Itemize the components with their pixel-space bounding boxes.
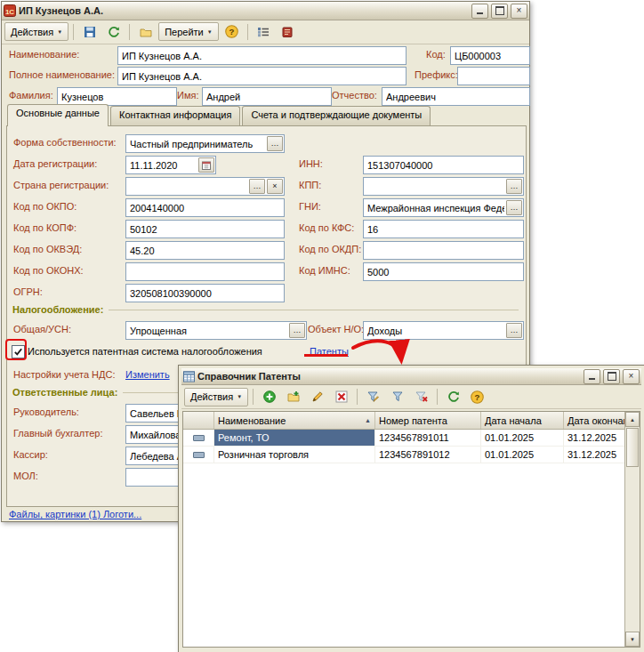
filter-settings-icon[interactable]: [362, 387, 384, 407]
calendar-button[interactable]: [198, 157, 214, 173]
prefix-input[interactable]: [457, 67, 530, 85]
column-header-name[interactable]: Наименование▲: [214, 412, 375, 429]
vertical-scrollbar[interactable]: ▲ ▼: [624, 412, 640, 647]
gni-input[interactable]: Межрайонная инспекция Федер…: [363, 198, 524, 217]
app-icon: 1С: [4, 4, 16, 17]
close-icon: ×: [629, 372, 634, 381]
cell-start-date[interactable]: 01.01.2025: [481, 430, 564, 446]
full-name-input[interactable]: ИП Кузнецов А.А.: [117, 67, 407, 85]
cell-end-date[interactable]: 31.12.2025: [564, 447, 625, 463]
kpp-input[interactable]: …: [363, 177, 524, 196]
refresh-icon[interactable]: [442, 387, 464, 407]
inn-input[interactable]: 151307040000: [363, 156, 524, 174]
patents-titlebar[interactable]: Справочник Патенты ×: [181, 368, 641, 385]
column-header-number[interactable]: Номер патента: [375, 412, 481, 429]
ellipsis-button[interactable]: …: [506, 200, 522, 215]
okonh-input[interactable]: [125, 262, 285, 281]
patent-checkbox-label[interactable]: Используется патентная система налогообл…: [28, 346, 262, 357]
column-header-end-date[interactable]: Дата окончания: [564, 412, 625, 429]
goto-menu-button[interactable]: Перейти▼: [158, 22, 219, 41]
ellipsis-button[interactable]: …: [267, 136, 283, 151]
ellipsis-button[interactable]: …: [506, 323, 522, 338]
okonh-label: Код по ОКОНХ:: [13, 265, 84, 276]
patents-toolbar: Действия▼ ?: [181, 385, 641, 409]
ownership-input[interactable]: Частный предприниматель…: [125, 134, 285, 153]
clear-filter-icon[interactable]: [410, 387, 432, 407]
maximize-button[interactable]: [491, 4, 508, 19]
scroll-up-icon[interactable]: ▲: [625, 412, 640, 427]
element-icon: [193, 435, 205, 441]
scrollbar-thumb[interactable]: [626, 428, 639, 467]
okved-input[interactable]: 45.20: [125, 241, 285, 260]
clear-icon[interactable]: ×: [267, 179, 283, 194]
cell-name-selected[interactable]: Ремонт, ТО: [214, 430, 375, 446]
kfs-input[interactable]: 16: [363, 220, 524, 238]
actions-menu-button[interactable]: Действия▼: [4, 22, 68, 41]
country-input[interactable]: …×: [125, 177, 285, 196]
tax-object-input[interactable]: Доходы…: [363, 321, 524, 340]
kpp-label: КПП:: [299, 180, 321, 190]
tab-contacts[interactable]: Контактная информация: [110, 106, 240, 126]
surname-input[interactable]: Кузнецов: [57, 87, 177, 106]
delete-icon[interactable]: [330, 387, 352, 407]
reg-date-input[interactable]: 11.11.2020: [125, 156, 216, 174]
ownership-label: Форма собственности:: [13, 137, 117, 148]
filter-icon[interactable]: [386, 387, 408, 407]
help-icon[interactable]: ?: [221, 21, 243, 42]
minimize-button[interactable]: [471, 4, 488, 19]
files-pictures-link[interactable]: Файлы, картинки (1) Логоти...: [9, 509, 141, 519]
tab-accounts[interactable]: Счета и подтверждающие документы: [242, 106, 431, 126]
maximize-button[interactable]: [603, 369, 620, 384]
cell-number[interactable]: 1234567891011: [375, 430, 481, 446]
actions-menu-button[interactable]: Действия▼: [184, 388, 248, 406]
kopf-input[interactable]: 50102: [125, 220, 285, 238]
usn-input[interactable]: Упрощенная…: [125, 321, 307, 340]
structure-icon[interactable]: [253, 21, 275, 42]
close-button[interactable]: ×: [511, 4, 527, 19]
cell-end-date[interactable]: 31.12.2025: [564, 430, 625, 446]
table-row[interactable]: Ремонт, ТО 1234567891011 01.01.2025 31.1…: [183, 430, 625, 447]
chevron-down-icon: ▼: [237, 394, 242, 399]
icon-column-header[interactable]: [183, 412, 214, 429]
name-input[interactable]: ИП Кузнецов А.А.: [117, 46, 407, 65]
help-icon[interactable]: ?: [466, 387, 488, 407]
okdp-input[interactable]: [363, 241, 524, 260]
ogrn-input[interactable]: 320508100390000: [125, 284, 285, 302]
tab-general[interactable]: Основные данные: [7, 104, 109, 126]
save-icon[interactable]: [78, 21, 101, 42]
minimize-button[interactable]: [584, 369, 600, 384]
close-button[interactable]: ×: [623, 369, 640, 384]
ellipsis-button[interactable]: …: [249, 179, 265, 194]
advice-icon[interactable]: [277, 21, 299, 42]
toolbar-separator: [73, 24, 74, 40]
scrollbar-track[interactable]: [625, 468, 640, 632]
usn-label: Общая/УСН:: [13, 324, 71, 334]
firstname-input[interactable]: Андрей: [202, 87, 332, 106]
refresh-icon[interactable]: [102, 21, 125, 42]
code-input[interactable]: ЦБ000003: [450, 46, 530, 65]
edit-icon[interactable]: [306, 387, 328, 407]
scroll-down-icon[interactable]: ▼: [625, 632, 640, 647]
ellipsis-button[interactable]: …: [506, 179, 522, 194]
cell-number[interactable]: 1234567891012: [375, 447, 481, 463]
cell-name[interactable]: Розничная торговля: [214, 447, 375, 463]
name-label: Наименование:: [9, 49, 79, 60]
vat-change-link[interactable]: Изменить: [125, 369, 170, 380]
okpo-input[interactable]: 2004140000: [125, 198, 285, 217]
add-icon[interactable]: [258, 387, 280, 407]
cashier-label: Кассир:: [13, 449, 48, 460]
table-row[interactable]: Розничная торговля 1234567891012 01.01.2…: [183, 447, 625, 463]
cell-start-date[interactable]: 01.01.2025: [481, 447, 564, 463]
main-titlebar[interactable]: 1С ИП Кузнецов А.А. ×: [2, 2, 529, 20]
add-group-icon[interactable]: [282, 387, 304, 407]
open-icon[interactable]: [134, 21, 157, 42]
column-header-start-date[interactable]: Дата начала: [481, 412, 564, 429]
close-icon: ×: [517, 6, 522, 15]
imns-input[interactable]: 5000: [363, 262, 524, 281]
gni-label: ГНИ:: [299, 201, 321, 212]
ellipsis-button[interactable]: …: [289, 323, 305, 338]
country-label: Страна регистрации:: [13, 180, 109, 190]
patronymic-input[interactable]: Андреевич: [382, 87, 530, 106]
maximize-icon: [608, 372, 616, 381]
toolbar-separator: [253, 389, 254, 405]
